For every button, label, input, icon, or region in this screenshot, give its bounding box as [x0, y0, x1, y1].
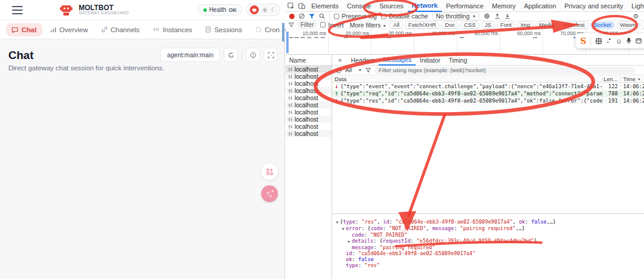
message-tab-messages[interactable]: Messages: [379, 55, 416, 66]
tree-line[interactable]: ▶details: {requestId: "e56dfdcc-393c-40c…: [332, 238, 644, 244]
close-detail-icon[interactable]: ×: [335, 57, 345, 64]
regex-filter-input[interactable]: Filter using regex (example: (web)?socke…: [374, 67, 636, 74]
chip-manifest[interactable]: Manifest: [560, 21, 589, 29]
request-row[interactable]: localhost: [286, 123, 332, 130]
agent-selector[interactable]: agent:main:main: [160, 48, 220, 62]
devtools-tab-performance[interactable]: Performance: [442, 0, 488, 12]
chip-media[interactable]: Media: [535, 21, 558, 29]
request-row[interactable]: localhost: [286, 94, 332, 101]
crosshair-icon[interactable]: [595, 38, 602, 45]
tree-line[interactable]: ▼{type: "res", id: "ca5d064e-ebb3-49f8-a…: [332, 219, 644, 225]
collapsed-triangle-icon[interactable]: ▶: [346, 238, 352, 244]
message-text: {"type":"event","event":"connect.challen…: [340, 83, 602, 89]
time-column-header[interactable]: Time▲: [620, 75, 644, 82]
devtools-tab-network[interactable]: Network: [408, 0, 442, 12]
tree-line[interactable]: ok: false: [332, 256, 644, 262]
chip-socket[interactable]: Socket: [590, 21, 615, 29]
tree-line[interactable]: message: "pairing required": [332, 244, 644, 250]
chip-img[interactable]: Img: [517, 21, 534, 29]
expanded-triangle-icon[interactable]: ▼: [335, 219, 340, 225]
chip-doc[interactable]: Doc: [441, 21, 459, 29]
message-tab-timing[interactable]: Timing: [444, 55, 471, 66]
chip-wasm[interactable]: Wasm: [617, 21, 640, 29]
window-icon[interactable]: [636, 38, 642, 44]
devtools-tab-lighthouse[interactable]: Lighthouse: [627, 0, 644, 12]
apps-grid-button[interactable]: [261, 163, 278, 180]
devtools-tab-console[interactable]: Console: [343, 0, 375, 12]
search-icon[interactable]: [319, 13, 325, 19]
device-toolbar-icon[interactable]: [296, 1, 307, 11]
tree-line[interactable]: ▼error: {code: "NOT_PAIRED", message: "p…: [332, 225, 644, 232]
pen-dots-icon[interactable]: [606, 38, 611, 44]
clear-messages-icon[interactable]: [336, 67, 342, 73]
chip-other[interactable]: Other: [641, 21, 644, 29]
expand-button[interactable]: [264, 48, 278, 62]
throttling-select[interactable]: No throttling▼: [432, 13, 480, 20]
snowflake-icon[interactable]: [262, 7, 268, 13]
record-icon[interactable]: [289, 14, 295, 19]
tree-line[interactable]: code: "NOT_PAIRED": [332, 232, 644, 238]
name-column-header[interactable]: Name: [286, 55, 332, 66]
disable-cache-checkbox[interactable]: Disable cache: [381, 13, 428, 20]
devtools-tab-application[interactable]: Application: [520, 0, 561, 12]
websocket-message-row[interactable]: ↓{"type":"res","id":"ca5d064e-ebb3-49f8-…: [332, 97, 644, 104]
clear-icon[interactable]: [299, 13, 305, 19]
request-row[interactable]: localhost: [286, 108, 332, 116]
websocket-message-row[interactable]: ↓{"type":"event","event":"connect.challe…: [332, 83, 644, 90]
preserve-log-checkbox[interactable]: Preserve log: [334, 13, 377, 20]
bot-status-icon[interactable]: [250, 5, 259, 14]
devtools-tab-privacy-and-security[interactable]: Privacy and security: [561, 0, 627, 12]
request-row[interactable]: localhost: [286, 87, 332, 94]
nav-item-overview[interactable]: Overview: [45, 23, 94, 36]
tree-key: code: [352, 232, 364, 238]
tree-line[interactable]: id: "ca5d064e-ebb3-49f8-ae02-65089e9017a…: [332, 250, 644, 256]
data-column-header[interactable]: Data: [332, 75, 602, 82]
message-tab-initiator[interactable]: Initiator: [416, 55, 444, 66]
export-har-icon[interactable]: [504, 13, 510, 19]
chip-css[interactable]: CSS: [460, 21, 479, 29]
request-row[interactable]: localhost: [286, 116, 332, 123]
request-row[interactable]: localhost: [286, 73, 332, 80]
refresh-button[interactable]: [224, 48, 238, 62]
more-filters-button[interactable]: More filters ▼: [350, 21, 387, 29]
chip-all[interactable]: All: [389, 21, 403, 29]
nav-item-channels[interactable]: Channels: [96, 23, 145, 36]
menu-icon[interactable]: [12, 6, 23, 14]
inspect-element-icon[interactable]: [286, 1, 296, 11]
invert-checkbox[interactable]: Invert: [320, 21, 343, 29]
request-row[interactable]: localhost: [286, 66, 332, 73]
websocket-message-row[interactable]: ↑{"type":"req","id":"ca5d064e-ebb3-49f8-…: [332, 90, 644, 97]
request-row[interactable]: localhost: [286, 130, 332, 137]
filter-input[interactable]: Filter: [297, 21, 317, 28]
chip-js[interactable]: JS: [481, 21, 495, 29]
nav-item-chat[interactable]: Chat: [6, 23, 42, 36]
timeline-request-dash: [289, 37, 293, 38]
moltbot-dashboard: MOLTBOT GATEWAY DASHBOARD Health OK ☾: [0, 0, 285, 279]
websocket-icon: [288, 95, 293, 101]
expanded-triangle-icon[interactable]: ▼: [340, 226, 346, 232]
network-conditions-icon[interactable]: [484, 13, 490, 19]
translate-button[interactable]: 文A: [261, 185, 278, 202]
chat-page-header: Chat Direct gateway chat session for qui…: [0, 39, 285, 72]
import-har-icon[interactable]: [494, 13, 500, 19]
info-button[interactable]: [246, 48, 260, 62]
message-tab-headers[interactable]: Headers: [346, 55, 379, 66]
extension-logo-icon[interactable]: S: [580, 36, 586, 46]
nav-item-instances[interactable]: Instances: [147, 23, 197, 36]
filter-funnel-icon[interactable]: [309, 14, 315, 19]
length-column-header[interactable]: Len...: [602, 75, 620, 82]
chip-fetch-xhr[interactable]: Fetch/XHR: [405, 21, 439, 29]
devtools-tab-elements[interactable]: Elements: [307, 0, 343, 12]
chip-font[interactable]: Font: [497, 21, 515, 29]
tree-line[interactable]: type: "res": [332, 262, 644, 268]
nav-item-sessions[interactable]: Sessions: [200, 23, 247, 36]
devtools-tab-sources[interactable]: Sources: [375, 0, 407, 12]
network-settings-icon[interactable]: ⚙: [631, 13, 640, 20]
emoji-icon[interactable]: ☺: [615, 38, 622, 45]
dark-mode-icon[interactable]: ☾: [271, 7, 276, 13]
message-type-select[interactable]: All▼: [345, 67, 362, 73]
microphone-icon[interactable]: [626, 38, 631, 44]
request-row[interactable]: localhost: [286, 80, 332, 87]
request-row[interactable]: localhost: [286, 101, 332, 108]
devtools-tab-memory[interactable]: Memory: [488, 0, 520, 12]
